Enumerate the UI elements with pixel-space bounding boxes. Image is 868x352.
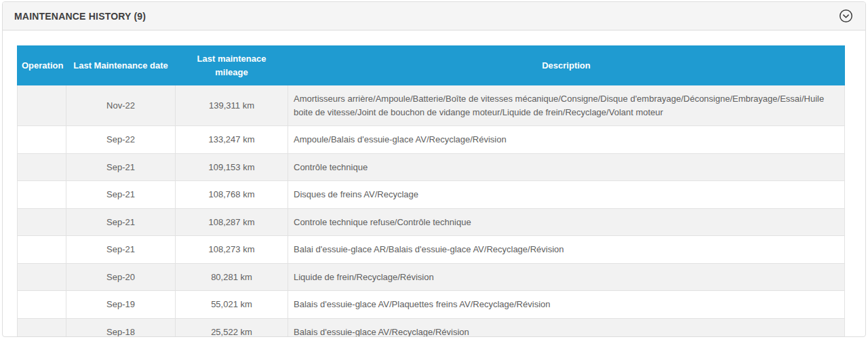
description-cell: Disques de freins AV/Recyclage (288, 181, 845, 209)
date-cell: Sep-18 (66, 318, 176, 337)
table-row: Sep-18 25,522 km Balais d'essuie-glace A… (18, 318, 845, 337)
operation-cell (18, 153, 66, 181)
date-cell: Sep-21 (66, 236, 176, 264)
operation-cell (18, 208, 66, 236)
description-cell: Balai d'essuie-glace AR/Balais d'essuie-… (288, 236, 845, 264)
mileage-cell: 108,273 km (176, 236, 288, 264)
mileage-cell: 109,153 km (176, 153, 288, 181)
column-header-last-maintenance-date: Last Maintenance date (66, 46, 176, 85)
column-header-description: Description (288, 46, 845, 85)
mileage-cell: 133,247 km (176, 126, 288, 154)
date-cell: Sep-20 (66, 263, 176, 291)
operation-cell (18, 181, 66, 209)
operation-cell (18, 126, 66, 154)
column-header-last-maintenance-mileage: Last maintenace mileage (176, 46, 288, 85)
operation-cell (18, 236, 66, 264)
operation-cell (18, 318, 66, 337)
date-cell: Sep-22 (66, 126, 176, 154)
table-row: Sep-22 133,247 km Ampoule/Balais d'essui… (18, 126, 845, 154)
mileage-cell: 80,281 km (176, 263, 288, 291)
date-cell: Sep-21 (66, 181, 176, 209)
table-row: Sep-21 109,153 km Contrôle technique (18, 153, 845, 181)
table-row: Sep-21 108,273 km Balai d'essuie-glace A… (18, 236, 845, 264)
maintenance-history-table: Operation Last Maintenance date Last mai… (17, 45, 845, 337)
description-cell: Balais d'essuie-glace AV/Plaquettes frei… (288, 291, 845, 319)
collapse-panel-button[interactable] (837, 7, 854, 25)
chevron-down-circle-icon (839, 9, 853, 23)
table-row: Sep-21 108,287 km Controle technique ref… (18, 208, 845, 236)
operation-cell (18, 291, 66, 319)
panel-header: MAINTENANCE HISTORY (9) (3, 2, 865, 31)
table-row: Nov-22 139,311 km Amortisseurs arrière/A… (18, 85, 845, 126)
table-header-row: Operation Last Maintenance date Last mai… (18, 46, 845, 85)
date-cell: Sep-21 (66, 153, 176, 181)
table-row: Sep-21 108,768 km Disques de freins AV/R… (18, 181, 845, 209)
description-cell: Amortisseurs arrière/Ampoule/Batterie/Bo… (288, 85, 845, 126)
description-cell: Contrôle technique (288, 153, 845, 181)
operation-cell (18, 85, 66, 126)
mileage-cell: 139,311 km (176, 85, 288, 126)
operation-cell (18, 263, 66, 291)
table-row: Sep-19 55,021 km Balais d'essuie-glace A… (18, 291, 845, 319)
mileage-cell: 55,021 km (176, 291, 288, 319)
date-cell: Nov-22 (66, 85, 176, 126)
page: MAINTENANCE HISTORY (9) Operation (0, 0, 868, 352)
mileage-cell: 25,522 km (176, 318, 288, 337)
date-cell: Sep-21 (66, 208, 176, 236)
date-cell: Sep-19 (66, 291, 176, 319)
description-cell: Balais d'essuie-glace AV/Recyclage/Révis… (288, 318, 845, 337)
panel-title: MAINTENANCE HISTORY (9) (14, 11, 146, 22)
description-cell: Liquide de frein/Recyclage/Révision (288, 263, 845, 291)
description-cell: Controle technique refuse/Contrôle techn… (288, 208, 845, 236)
table-row: Sep-20 80,281 km Liquide de frein/Recycl… (18, 263, 845, 291)
description-cell: Ampoule/Balais d'essuie-glace AV/Recycla… (288, 126, 845, 154)
mileage-cell: 108,287 km (176, 208, 288, 236)
panel-body: Operation Last Maintenance date Last mai… (3, 31, 865, 337)
mileage-cell: 108,768 km (176, 181, 288, 209)
maintenance-history-panel: MAINTENANCE HISTORY (9) Operation (2, 1, 866, 337)
table-body: Nov-22 139,311 km Amortisseurs arrière/A… (18, 85, 845, 338)
column-header-operation: Operation (18, 46, 66, 85)
